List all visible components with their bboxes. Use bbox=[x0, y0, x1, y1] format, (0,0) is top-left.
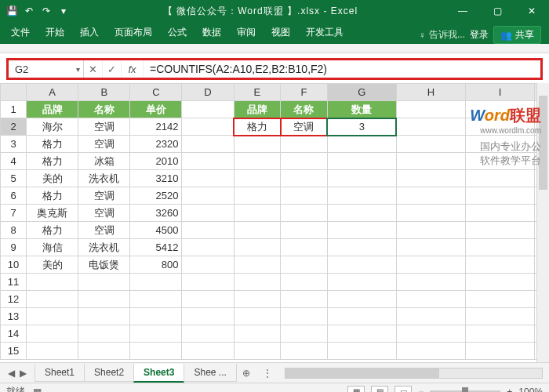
row-header-1[interactable]: 1 bbox=[1, 101, 27, 118]
cell[interactable]: 空调 bbox=[78, 205, 130, 222]
row-header[interactable]: 15 bbox=[1, 343, 27, 360]
cell[interactable] bbox=[182, 101, 234, 118]
row-header[interactable]: 7 bbox=[1, 205, 27, 222]
tab-insert[interactable]: 插入 bbox=[72, 21, 107, 44]
qat-dropdown-icon[interactable]: ▾ bbox=[56, 4, 71, 18]
maximize-button[interactable]: ▢ bbox=[480, 0, 514, 22]
cell[interactable]: 格力 bbox=[234, 118, 281, 136]
col-header-E[interactable]: E bbox=[234, 84, 281, 101]
tab-file[interactable]: 文件 bbox=[3, 21, 38, 44]
row-header[interactable]: 6 bbox=[1, 187, 27, 205]
name-box-dropdown-icon[interactable]: ▾ bbox=[76, 65, 80, 74]
cell[interactable]: 2520 bbox=[130, 187, 182, 205]
cell[interactable]: 美的 bbox=[27, 170, 78, 187]
sheet-tab-sheet2[interactable]: Sheet2 bbox=[84, 364, 134, 382]
cell[interactable]: 名称 bbox=[78, 101, 130, 118]
cell[interactable] bbox=[466, 101, 535, 118]
tab-view[interactable]: 视图 bbox=[264, 21, 298, 44]
cell[interactable]: 4500 bbox=[130, 222, 182, 239]
row-header[interactable]: 4 bbox=[1, 153, 27, 170]
horizontal-scrollbar[interactable] bbox=[285, 368, 543, 379]
cell[interactable]: 数量 bbox=[327, 101, 396, 118]
cell[interactable]: 格力 bbox=[27, 222, 78, 239]
col-header-C[interactable]: C bbox=[130, 84, 182, 101]
cell[interactable]: 电饭煲 bbox=[78, 256, 130, 274]
view-normal-button[interactable]: ▦ bbox=[347, 386, 365, 393]
sheet-nav-prev-icon[interactable]: ◀ bbox=[8, 368, 15, 379]
cell[interactable] bbox=[466, 118, 535, 136]
sheet-add-button[interactable]: ⊕ bbox=[236, 365, 256, 382]
zoom-slider-thumb[interactable] bbox=[462, 387, 468, 393]
sheet-nav-next-icon[interactable]: ▶ bbox=[20, 368, 27, 379]
spreadsheet-grid[interactable]: A B C D E F G H I 1 品牌 名称 单价 品牌 名称 数量 2 … bbox=[0, 83, 549, 362]
row-header[interactable]: 14 bbox=[1, 325, 27, 343]
view-page-layout-button[interactable]: ▤ bbox=[371, 386, 388, 393]
row-header-2[interactable]: 2 bbox=[1, 118, 27, 136]
cell[interactable]: 3210 bbox=[130, 170, 182, 187]
cell[interactable]: 品牌 bbox=[234, 101, 281, 118]
sheet-tab-sheet1[interactable]: Sheet1 bbox=[35, 364, 85, 382]
formula-input[interactable]: =COUNTIFS(A2:A10,E2,B2:B10,F2) bbox=[144, 60, 540, 78]
cell[interactable]: 格力 bbox=[27, 187, 78, 205]
tab-review[interactable]: 审阅 bbox=[229, 21, 264, 44]
zoom-level[interactable]: 100% bbox=[518, 387, 543, 393]
cell[interactable]: 奥克斯 bbox=[27, 205, 78, 222]
zoom-in-button[interactable]: + bbox=[507, 387, 512, 393]
undo-icon[interactable]: ↶ bbox=[22, 4, 36, 18]
cell[interactable]: 名称 bbox=[281, 101, 328, 118]
tab-home[interactable]: 开始 bbox=[38, 21, 72, 44]
row-header[interactable]: 9 bbox=[1, 239, 27, 256]
close-button[interactable]: ✕ bbox=[514, 0, 549, 22]
enter-formula-button[interactable]: ✓ bbox=[103, 60, 122, 78]
cell[interactable]: 空调 bbox=[78, 136, 130, 153]
row-header[interactable]: 5 bbox=[1, 170, 27, 187]
select-all-corner[interactable] bbox=[1, 84, 27, 101]
cell[interactable]: 洗衣机 bbox=[78, 170, 130, 187]
col-header-G[interactable]: G bbox=[327, 84, 396, 101]
cell[interactable]: 空调 bbox=[281, 118, 328, 136]
cell[interactable]: 海信 bbox=[27, 239, 78, 256]
redo-icon[interactable]: ↷ bbox=[39, 4, 53, 18]
name-box[interactable]: G2 ▾ bbox=[9, 60, 84, 78]
tell-me-search[interactable]: ♀ 告诉我... bbox=[419, 28, 465, 42]
vertical-scrollbar[interactable] bbox=[536, 83, 549, 362]
row-header[interactable]: 10 bbox=[1, 256, 27, 274]
share-button[interactable]: 👥 共享 bbox=[493, 26, 541, 44]
cell[interactable]: 洗衣机 bbox=[78, 239, 130, 256]
minimize-button[interactable]: — bbox=[445, 0, 480, 22]
cell[interactable]: 冰箱 bbox=[78, 153, 130, 170]
vertical-scroll-thumb[interactable] bbox=[539, 96, 547, 190]
cell[interactable]: 空调 bbox=[78, 222, 130, 239]
sheet-overflow-icon[interactable]: ⋮ bbox=[256, 365, 278, 382]
cell[interactable]: 2320 bbox=[130, 136, 182, 153]
cell[interactable]: 800 bbox=[130, 256, 182, 274]
cell[interactable]: 格力 bbox=[27, 136, 78, 153]
tab-layout[interactable]: 页面布局 bbox=[107, 21, 160, 44]
cell[interactable] bbox=[396, 118, 465, 136]
cell[interactable]: 空调 bbox=[78, 187, 130, 205]
cell[interactable]: 空调 bbox=[78, 118, 130, 136]
save-icon[interactable]: 💾 bbox=[5, 4, 19, 18]
cell[interactable]: 3260 bbox=[130, 205, 182, 222]
tab-dev[interactable]: 开发工具 bbox=[298, 21, 351, 44]
cell[interactable]: 美的 bbox=[27, 256, 78, 274]
cell[interactable] bbox=[182, 118, 234, 136]
cell[interactable] bbox=[396, 101, 465, 118]
cell-active[interactable]: 3 bbox=[327, 118, 396, 136]
cell[interactable]: 5412 bbox=[130, 239, 182, 256]
row-header[interactable]: 8 bbox=[1, 222, 27, 239]
col-header-I[interactable]: I bbox=[466, 84, 535, 101]
horizontal-scroll-thumb[interactable] bbox=[285, 368, 439, 378]
cell[interactable]: 2010 bbox=[130, 153, 182, 170]
col-header-H[interactable]: H bbox=[396, 84, 465, 101]
cell[interactable]: 单价 bbox=[130, 101, 182, 118]
tab-formulas[interactable]: 公式 bbox=[160, 21, 195, 44]
macro-record-icon[interactable]: ▦ bbox=[33, 387, 42, 393]
row-header[interactable]: 11 bbox=[1, 274, 27, 291]
view-page-break-button[interactable]: ▭ bbox=[394, 386, 412, 393]
sheet-tab-more[interactable]: Shee ... bbox=[184, 364, 236, 382]
row-header[interactable]: 13 bbox=[1, 308, 27, 325]
cell[interactable]: 品牌 bbox=[27, 101, 78, 118]
col-header-A[interactable]: A bbox=[27, 84, 78, 101]
cancel-formula-button[interactable]: ✕ bbox=[84, 60, 103, 78]
